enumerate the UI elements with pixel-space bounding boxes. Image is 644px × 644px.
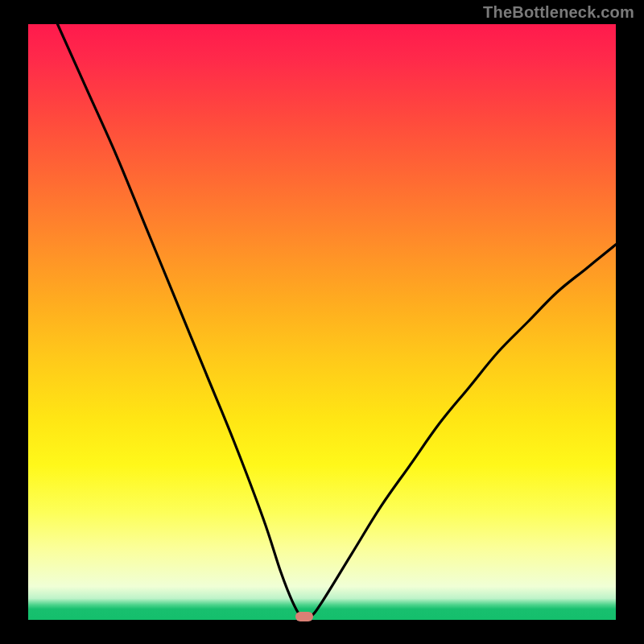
chart-frame: TheBottleneck.com (0, 0, 644, 644)
bottleneck-curve (28, 24, 616, 620)
watermark-text: TheBottleneck.com (483, 3, 634, 22)
optimal-point-marker (295, 612, 313, 621)
plot-area (28, 24, 616, 620)
